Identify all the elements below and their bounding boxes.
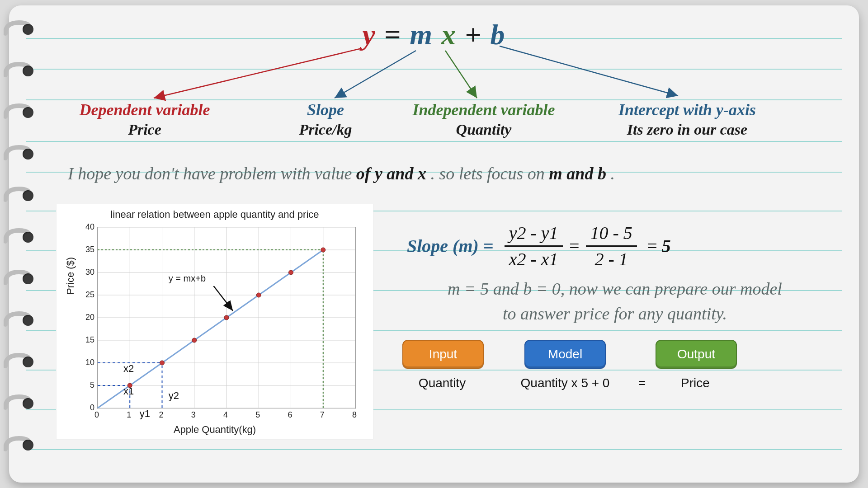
text: to answer price for any quantity. <box>389 301 841 326</box>
eq-b: b <box>491 19 506 51</box>
ring-icon <box>4 61 40 80</box>
pill-output-sub: Price <box>656 376 735 390</box>
label-independent: Independent variable Quantity <box>393 100 574 138</box>
pill-label: Output <box>677 347 715 361</box>
ring-icon <box>4 185 40 205</box>
slope-formula: Slope (m) = y2 - y1 x2 - x1 = 10 - 5 2 -… <box>407 222 671 270</box>
eq-y: y <box>362 19 376 51</box>
ring-icon <box>4 102 40 122</box>
ring-icon <box>4 393 40 413</box>
equals-sign: = <box>568 235 580 257</box>
rule-line <box>26 449 842 450</box>
svg-line-2 <box>445 51 477 98</box>
label-sub: Its zero in our case <box>588 121 787 138</box>
svg-text:y = mx+b: y = mx+b <box>169 273 206 283</box>
note-line-1: I hope you don't have problem with value… <box>68 164 615 183</box>
text-strong: m and b <box>549 164 606 183</box>
svg-line-36 <box>214 286 233 311</box>
svg-point-30 <box>160 361 165 365</box>
chart: linear relation between apple quantity a… <box>57 204 373 439</box>
svg-line-1 <box>335 51 416 98</box>
chart-ylabel: Price ($) <box>65 257 76 295</box>
label-title: Independent variable <box>393 100 574 119</box>
text: I hope you don't have problem with value <box>68 164 356 183</box>
svg-text:x1: x1 <box>123 385 134 397</box>
chart-svg: y = mx+bx1x2y1y2 <box>98 227 355 408</box>
svg-text:y2: y2 <box>169 390 179 401</box>
eq-m: m <box>410 19 433 51</box>
pill-input-sub: Quantity <box>402 376 482 390</box>
slope-result: 5 <box>662 235 671 257</box>
pill-label: Model <box>548 347 582 361</box>
slope-lhs: Slope (m) = <box>407 235 494 257</box>
svg-line-0 <box>154 48 362 98</box>
text-strong: of y and x <box>356 164 426 183</box>
text: m = 5 and b = 0, now we can prepare our … <box>389 277 841 301</box>
svg-point-31 <box>192 338 197 343</box>
rule-line <box>26 141 842 142</box>
label-title: Slope <box>267 100 384 119</box>
text: . so lets focus on <box>430 164 549 183</box>
svg-line-3 <box>500 46 678 96</box>
ring-icon <box>4 352 40 371</box>
note-line-2: m = 5 and b = 0, now we can prepare our … <box>389 277 841 326</box>
equals-sign: = <box>633 376 651 390</box>
svg-text:x2: x2 <box>123 363 134 374</box>
label-intercept: Intercept with y-axis Its zero in our ca… <box>588 100 787 138</box>
pill-label: Input <box>429 347 457 361</box>
rule-line <box>26 69 842 70</box>
label-sub: Price <box>59 121 231 138</box>
label-sub: Quantity <box>393 121 574 138</box>
pill-model: Model <box>524 340 606 369</box>
pill-input: Input <box>402 340 484 369</box>
equals-sign: = <box>646 235 658 257</box>
pill-output: Output <box>656 340 737 369</box>
ring-icon <box>4 268 40 288</box>
fraction-den: 2 - 1 <box>586 247 637 270</box>
svg-text:y1: y1 <box>140 408 150 419</box>
svg-point-32 <box>224 315 229 320</box>
fraction-num: 10 - 5 <box>586 222 637 247</box>
main-equation: y = m x + b <box>9 18 859 52</box>
fraction-numeric: 10 - 5 2 - 1 <box>586 222 637 270</box>
chart-plot-area: y = mx+bx1x2y1y2 <box>97 227 356 408</box>
label-title: Dependent variable <box>59 100 231 119</box>
eq-plus: + <box>465 19 490 51</box>
slide: y = m x + b Dependent variable Price Slo… <box>9 5 859 483</box>
svg-point-33 <box>256 293 261 297</box>
text: . <box>610 164 615 183</box>
ring-icon <box>4 435 40 455</box>
label-sub: Price/kg <box>267 121 384 138</box>
spiral-binding <box>4 19 40 476</box>
ring-icon <box>4 144 40 164</box>
eq-x: x <box>441 19 457 51</box>
chart-xlabel: Apple Quantity(kg) <box>57 424 373 436</box>
ring-icon <box>4 227 40 247</box>
svg-point-35 <box>321 248 326 252</box>
label-title: Intercept with y-axis <box>588 100 787 119</box>
chart-title: linear relation between apple quantity a… <box>57 209 373 221</box>
eq-eq: = <box>384 19 410 51</box>
label-slope: Slope Price/kg <box>267 100 384 138</box>
fraction-den: x2 - x1 <box>505 247 563 270</box>
label-dependent: Dependent variable Price <box>59 100 231 138</box>
pill-model-sub: Quantity x 5 + 0 <box>506 376 624 390</box>
ring-icon <box>4 310 40 330</box>
svg-point-34 <box>289 270 293 275</box>
fraction-symbolic: y2 - y1 x2 - x1 <box>505 222 563 270</box>
fraction-num: y2 - y1 <box>505 222 563 247</box>
